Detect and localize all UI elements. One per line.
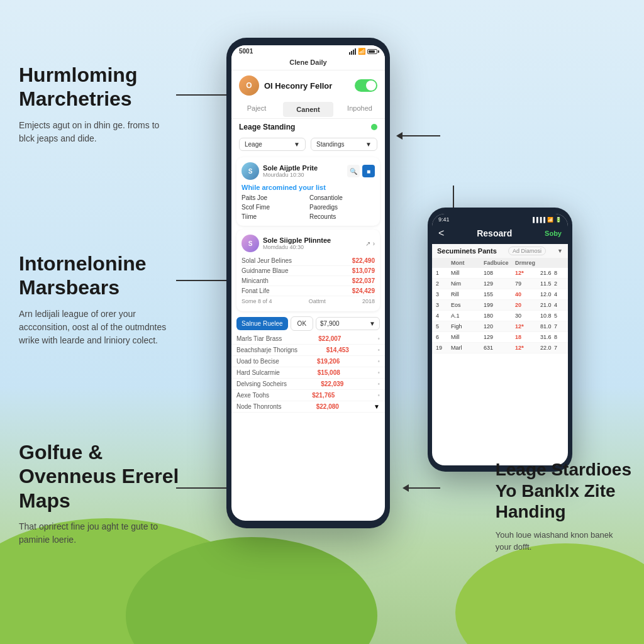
dot-menu-5[interactable]: • [377, 392, 380, 399]
sm-row-1-v3: 11.5 [540, 280, 554, 287]
sm-row-7-v1: 631 [484, 345, 515, 351]
sm-row-3-v2: 20 [515, 302, 540, 308]
sm-row-1[interactable]: 2 Nim 129 79 11.5 2 [432, 279, 568, 289]
amount-value: $7,900 [320, 320, 340, 327]
card-1-info: Sole Aijptle Prite Mourdadu 10:30 [263, 164, 318, 178]
list-item-0: Paits Joe [242, 194, 307, 202]
sm-row-6[interactable]: 6 Mill 129 18 31.6 8 [432, 332, 568, 343]
pagination-row: Some 8 of 4 Oattmt 2018 [242, 296, 375, 306]
sm-status-bar: 9:41 ▐▐▐▐ 📶 🔋 [432, 214, 568, 225]
action-button[interactable]: Salnue Ruelee [236, 317, 288, 330]
sm-row-0-v1: 108 [484, 270, 515, 276]
sm-header-title: Resoard [477, 228, 512, 238]
phone-screen-main: 5001 📶 Clene Daily O OI Heconry Fello [231, 45, 385, 521]
sm-row-1-num: 2 [436, 280, 451, 287]
sm-row-4-v4: 5 [554, 313, 568, 319]
card-2-header: S Sole Siigple Plinntee Momdadu 40:30 ↗ … [242, 235, 375, 252]
arrow-head-5 [402, 484, 409, 492]
section-1-title: HurmlomingMarchetries [19, 63, 176, 111]
sm-row-2[interactable]: 3 Rill 155 40 12.0 4 [432, 289, 568, 300]
dropdown-standings[interactable]: Standings ▼ [311, 138, 377, 151]
card-1-header: S Sole Aijptle Prite Mourdadu 10:30 🔍 ■ [242, 162, 375, 180]
sm-row-6-v3: 31.6 [540, 334, 554, 340]
list-item-1: Consantiole [309, 194, 375, 202]
sm-row-4-num: 4 [436, 313, 451, 319]
sm-row-1-v1: 129 [484, 280, 515, 287]
sm-col-headers: Mont Fadbuice Drmreg [432, 258, 568, 268]
bookmark-icon-btn[interactable]: ■ [362, 165, 375, 177]
sm-row-0[interactable]: 1 Mill 108 12ᵃ 21.6 8 [432, 268, 568, 279]
phone-secondary: 9:41 ▐▐▐▐ 📶 🔋 < Resoard Soby Secuminets … [428, 208, 572, 472]
search-icon-btn[interactable]: 🔍 [347, 165, 360, 177]
sm-row-3[interactable]: 3 Eos 199 20 21.0 4 [432, 300, 568, 311]
hill-right [455, 543, 644, 644]
sm-header-action[interactable]: Soby [545, 230, 562, 237]
status-time: 5001 [239, 48, 253, 55]
arrow-line-2 [402, 135, 440, 136]
card-1-avatar: S [242, 162, 259, 180]
sm-row-7-num: 19 [436, 345, 451, 351]
sm-row-4[interactable]: 4 A.1 180 30 10.8 5 [432, 311, 568, 321]
v-arrow-line [453, 186, 454, 211]
sm-row-3-v1: 199 [484, 302, 515, 308]
dot-menu-3[interactable]: • [377, 369, 380, 376]
section-title: Leage Standing [239, 123, 295, 131]
list-item-3: Paoredigs [309, 203, 375, 211]
sm-row-4-v1: 180 [484, 313, 515, 319]
arrow-2 [396, 132, 440, 140]
sm-row-7-name: Marl [451, 345, 484, 351]
sm-row-5-name: Figh [451, 323, 484, 330]
sm-chevron-icon: ▼ [557, 248, 563, 254]
sm-ad-badge: Ad Diamosi [508, 247, 546, 255]
sm-row-6-v2: 18 [515, 334, 540, 340]
amount-field[interactable]: $7,900 ▼ [316, 317, 380, 330]
sm-row-0-name: Mill [451, 270, 484, 276]
sm-row-5[interactable]: 5 Figh 120 12ᵃ 81.0 7 [432, 321, 568, 332]
pagination-text: Some 8 of 4 [242, 298, 272, 304]
section-3: Golfue &Ovenneus ErerelMaps That oprirec… [19, 440, 179, 547]
battery-icon [367, 49, 377, 54]
sm-row-2-num: 3 [436, 291, 451, 297]
share-icon[interactable]: ↗ [365, 240, 370, 247]
arrow-line-3 [176, 280, 226, 281]
dot-menu-4[interactable]: • [377, 380, 380, 387]
app-title: Clene Daily [231, 57, 385, 70]
chevron-down-icon: ▼ [369, 320, 375, 327]
right-block-desc: Youh loue wiashand knon banek your dofft… [496, 529, 621, 553]
sm-row-2-v3: 12.0 [540, 291, 554, 297]
fin-row-2: Minicanth $22,037 [242, 276, 375, 286]
profile-info: O OI Heconry Fellor [239, 75, 332, 96]
dot-menu-2[interactable]: • [377, 358, 380, 365]
sm-row-1-v4: 2 [554, 280, 568, 287]
fin-row-1: Guidname Blaue $13,079 [242, 266, 375, 276]
back-button[interactable]: < [438, 228, 444, 239]
pagination-opt2: 2018 [362, 298, 375, 304]
dot-menu-1[interactable]: • [377, 347, 380, 353]
chevron-right-icon[interactable]: › [373, 240, 375, 247]
col-hdr-4 [540, 260, 554, 266]
chevron-icon-1: ▼ [294, 141, 300, 148]
dropdown-league[interactable]: Leage ▼ [239, 138, 306, 151]
tab-canent[interactable]: Canent [283, 102, 333, 117]
sm-table-header: Secuminets Pants Ad Diamosi ▼ [432, 244, 568, 258]
profile-name: OI Heconry Fellor [264, 81, 332, 91]
sm-row-0-v3: 21.6 [540, 270, 554, 276]
card-1-sub: Mourdadu 10:30 [263, 172, 318, 178]
fin-row-3: Fonat Life $24,429 [242, 286, 375, 296]
more-row-0: Marls Tiar Brass $22,007 • [231, 333, 385, 345]
action-bar: Salnue Ruelee OK $7,900 ▼ [231, 314, 385, 333]
tab-paject[interactable]: Paject [231, 101, 282, 118]
ok-button[interactable]: OK [291, 316, 313, 331]
list-item-4: Tiime [242, 213, 307, 221]
sm-row-3-v3: 21.0 [540, 302, 554, 308]
dot-menu-0[interactable]: • [377, 335, 380, 342]
battery-fill [369, 50, 375, 53]
tab-inpohed[interactable]: Inpohed [335, 101, 385, 118]
toggle-switch[interactable] [355, 79, 377, 92]
sm-row-7[interactable]: 19 Marl 631 12ᵃ 22.0 7 [432, 343, 568, 353]
chevron-down-icon-row[interactable]: ▼ [374, 403, 380, 410]
sm-status-time: 9:41 [438, 216, 450, 223]
status-icons: 📶 [349, 48, 377, 55]
chevron-icon-2: ▼ [365, 141, 372, 148]
sm-row-5-v4: 7 [554, 323, 568, 330]
